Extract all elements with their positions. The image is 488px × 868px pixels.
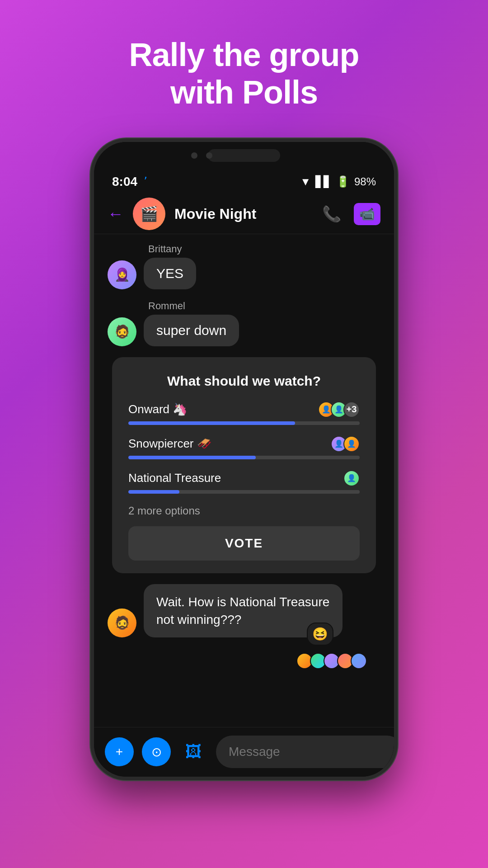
vol-up-button [396,269,398,296]
camera-button[interactable]: ⊙ [142,737,171,766]
message-rommel: Rommel 🧔 super down [108,300,380,346]
poll-label-onward: Onward 🦄 [128,402,187,416]
poll-bar-onward [128,421,360,425]
poll-option-snowpiercer-row: Snowpiercer 🛷 👤 👤 [128,436,360,452]
header-actions: 📞 📹 [322,203,380,225]
voter-more: +3 [343,401,360,418]
poll-bar-snowpiercer [128,456,360,459]
message-input[interactable] [216,736,398,768]
phone-top-bar [94,142,394,169]
seen-av-5 [351,653,367,669]
chat-area: Brittany 🧕 YES Rommel 🧔 super down What … [94,234,394,727]
power-button [396,350,398,395]
bubble-national: Wait. How is National Treasure not winni… [144,584,343,637]
poll-title: What should we watch? [128,373,360,389]
image-icon: 🖼 [185,742,202,761]
phone-body: 8:04 ʼ ▼ ▋▋ 🔋 98% ← 🎬 Movie Night 📞 📹 [90,138,398,780]
bubble-brittany: YES [144,258,196,289]
poll-bar-national [128,490,360,494]
signal-icon: ▋▋ [315,175,332,188]
call-button[interactable]: 📞 [322,205,341,223]
poll-voters-snowpiercer: 👤 👤 [334,436,360,452]
more-options-text: 2 more options [128,505,360,517]
msg-brittany-row: 🧕 YES [108,258,380,289]
poll-option-national-row: National Treasure 👤 [128,470,360,486]
status-icons: ▼ ▋▋ 🔋 98% [300,175,376,188]
camera-right [206,152,212,159]
hero-line1: Rally the group [129,36,359,74]
back-button[interactable]: ← [108,204,124,223]
poll-card: What should we watch? Onward 🦄 👤 👤 +3 [112,357,376,573]
poll-voters-onward: 👤 👤 +3 [322,401,360,418]
poll-option-national: National Treasure 👤 [128,470,360,494]
poll-label-snowpiercer: Snowpiercer 🛷 [128,437,211,451]
vote-button[interactable]: VOTE [128,526,360,561]
voter-sp-2: 👤 [343,436,360,452]
poll-voters-national: 👤 [347,470,360,486]
bubble-rommel: super down [144,315,239,346]
sender-rommel: Rommel [148,300,380,312]
poll-bar-fill-onward [128,421,295,425]
vol-down-button [396,305,398,332]
poll-label-national: National Treasure [128,471,221,485]
hero-title: Rally the group with Polls [129,36,359,111]
poll-option-onward: Onward 🦄 👤 👤 +3 [128,401,360,425]
battery-text: 98% [354,175,376,188]
plus-icon: + [116,745,123,759]
status-bar: 8:04 ʼ ▼ ▋▋ 🔋 98% [94,169,394,194]
group-avatar: 🎬 [133,198,165,230]
camera-left [191,152,197,159]
phone-mockup: 8:04 ʼ ▼ ▋▋ 🔋 98% ← 🎬 Movie Night 📞 📹 [90,138,398,780]
reaction-badge: 😆 [307,623,333,646]
bubble-national-text: Wait. How is National Treasure not winni… [156,595,329,627]
wifi-icon: ▼ [300,175,311,188]
message-brittany: Brittany 🧕 YES [108,243,380,289]
video-button[interactable]: 📹 [354,203,380,225]
chat-header: ← 🎬 Movie Night 📞 📹 [94,194,394,234]
poll-bar-fill-national [128,490,179,494]
plus-button[interactable]: + [105,737,134,766]
seen-avatars [108,653,380,669]
bottom-toolbar: + ⊙ 🖼 🎙 👍 [94,727,394,777]
poll-bar-fill-snowpiercer [128,456,256,459]
sender-brittany: Brittany [148,243,380,255]
voter-nt-1: 👤 [343,470,360,486]
avatar-brittany: 🧕 [108,260,136,289]
message-national-comment: 🧔 Wait. How is National Treasure not win… [108,584,380,637]
poll-option-onward-row: Onward 🦄 👤 👤 +3 [128,401,360,418]
status-time: 8:04 [112,175,137,189]
messenger-status-icon: ʼ [144,175,147,189]
avatar-commenter: 🧔 [108,609,136,637]
msg-rommel-row: 🧔 super down [108,315,380,346]
battery-icon: 🔋 [336,175,350,188]
group-name: Movie Night [174,206,313,222]
hero-line2: with Polls [129,74,359,111]
poll-option-snowpiercer: Snowpiercer 🛷 👤 👤 [128,436,360,459]
phone-notch [208,149,280,162]
camera-icon: ⊙ [151,745,162,760]
image-button[interactable]: 🖼 [179,737,208,766]
avatar-rommel: 🧔 [108,317,136,346]
